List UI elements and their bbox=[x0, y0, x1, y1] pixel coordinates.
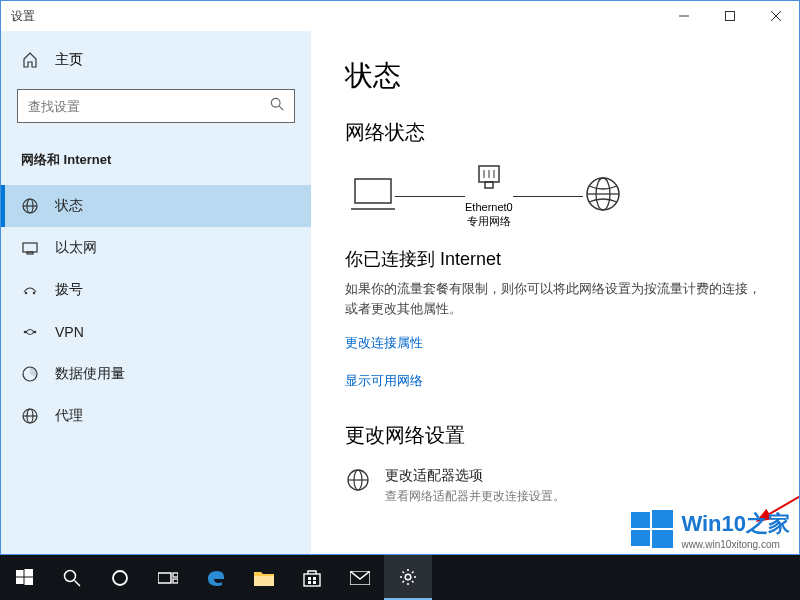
file-explorer-button[interactable] bbox=[240, 555, 288, 600]
network-diagram: Ethernet0专用网络 bbox=[351, 164, 765, 229]
connected-title: 你已连接到 Internet bbox=[345, 247, 765, 271]
svg-rect-51 bbox=[308, 581, 311, 584]
search-input[interactable] bbox=[17, 89, 295, 123]
svg-rect-10 bbox=[27, 252, 33, 254]
svg-rect-39 bbox=[16, 578, 24, 585]
datausage-icon bbox=[21, 365, 39, 383]
sidebar-item-dialup[interactable]: 拨号 bbox=[1, 269, 311, 311]
svg-point-4 bbox=[271, 98, 280, 107]
search-icon bbox=[270, 97, 284, 115]
svg-rect-48 bbox=[304, 574, 320, 586]
sidebar-item-label: 数据使用量 bbox=[55, 365, 125, 383]
windows-logo-icon bbox=[631, 508, 673, 550]
svg-point-14 bbox=[34, 331, 37, 334]
title-bar: 设置 bbox=[1, 1, 799, 31]
watermark-brand: Win10之家 bbox=[681, 509, 790, 539]
sidebar-item-label: 以太网 bbox=[55, 239, 97, 257]
adapter-icon bbox=[475, 164, 503, 196]
home-link[interactable]: 主页 bbox=[1, 41, 311, 79]
dialup-icon bbox=[21, 281, 39, 299]
cortana-button[interactable] bbox=[96, 555, 144, 600]
close-button[interactable] bbox=[753, 1, 799, 31]
svg-rect-45 bbox=[173, 573, 178, 577]
change-connection-properties-link[interactable]: 更改连接属性 bbox=[345, 334, 765, 352]
edge-button[interactable] bbox=[192, 555, 240, 600]
svg-rect-44 bbox=[158, 573, 171, 583]
computer-icon bbox=[351, 175, 395, 217]
svg-point-11 bbox=[25, 292, 27, 294]
svg-rect-1 bbox=[726, 12, 735, 21]
sidebar-item-label: 代理 bbox=[55, 407, 83, 425]
svg-rect-49 bbox=[308, 577, 311, 580]
ethernet-icon bbox=[21, 239, 39, 257]
svg-rect-38 bbox=[24, 569, 33, 577]
sidebar-item-ethernet[interactable]: 以太网 bbox=[1, 227, 311, 269]
sidebar-item-label: VPN bbox=[55, 324, 84, 340]
window-title: 设置 bbox=[11, 8, 35, 25]
sidebar: 主页 网络和 Internet 状态 以太网 拨号 bbox=[1, 31, 311, 554]
sidebar-item-status[interactable]: 状态 bbox=[1, 185, 311, 227]
connected-description: 如果你的流量套餐有限制，则你可以将此网络设置为按流量计费的连接，或者更改其他属性… bbox=[345, 279, 765, 321]
svg-rect-37 bbox=[16, 570, 24, 577]
watermark-url: www.win10xitong.com bbox=[681, 539, 790, 550]
page-title: 状态 bbox=[345, 57, 765, 95]
store-button[interactable] bbox=[288, 555, 336, 600]
globe-icon bbox=[583, 174, 623, 218]
svg-rect-50 bbox=[313, 577, 316, 580]
svg-point-13 bbox=[24, 331, 27, 334]
ethernet-name: Ethernet0 bbox=[465, 201, 513, 213]
show-available-networks-link[interactable]: 显示可用网络 bbox=[345, 372, 765, 390]
content-area: 状态 网络状态 Ethernet0专用网络 你已连接到 Internet 如果你… bbox=[311, 31, 799, 554]
change-network-settings-heading: 更改网络设置 bbox=[345, 422, 765, 449]
vpn-icon bbox=[21, 323, 39, 341]
sidebar-item-label: 拨号 bbox=[55, 281, 83, 299]
search-button[interactable] bbox=[48, 555, 96, 600]
svg-rect-46 bbox=[173, 579, 178, 583]
network-status-heading: 网络状态 bbox=[345, 119, 765, 146]
section-title: 网络和 Internet bbox=[1, 143, 311, 185]
svg-rect-47 bbox=[254, 576, 274, 586]
svg-rect-40 bbox=[24, 578, 33, 586]
svg-point-43 bbox=[113, 571, 127, 585]
svg-rect-36 bbox=[652, 530, 673, 548]
svg-line-32 bbox=[766, 426, 799, 516]
sidebar-item-label: 状态 bbox=[55, 197, 83, 215]
change-adapter-options[interactable]: 更改适配器选项 查看网络适配器并更改连接设置。 bbox=[345, 467, 765, 505]
maximize-button[interactable] bbox=[707, 1, 753, 31]
sidebar-item-proxy[interactable]: 代理 bbox=[1, 395, 311, 437]
svg-rect-52 bbox=[313, 581, 316, 584]
svg-point-12 bbox=[33, 292, 35, 294]
svg-rect-35 bbox=[631, 530, 650, 546]
sidebar-item-datausage[interactable]: 数据使用量 bbox=[1, 353, 311, 395]
adapter-options-desc: 查看网络适配器并更改连接设置。 bbox=[385, 488, 565, 505]
taskbar bbox=[0, 555, 800, 600]
task-view-button[interactable] bbox=[144, 555, 192, 600]
svg-rect-33 bbox=[631, 512, 650, 528]
svg-line-42 bbox=[75, 580, 81, 586]
minimize-button[interactable] bbox=[661, 1, 707, 31]
watermark: Win10之家 www.win10xitong.com bbox=[631, 508, 790, 550]
sidebar-item-vpn[interactable]: VPN bbox=[1, 311, 311, 353]
svg-rect-9 bbox=[23, 243, 37, 252]
svg-point-41 bbox=[65, 570, 76, 581]
settings-taskbar-button[interactable] bbox=[384, 555, 432, 600]
svg-rect-34 bbox=[652, 510, 673, 528]
adapter-options-title: 更改适配器选项 bbox=[385, 467, 565, 485]
adapter-options-icon bbox=[345, 467, 371, 497]
mail-button[interactable] bbox=[336, 555, 384, 600]
home-icon bbox=[21, 51, 39, 69]
ethernet-type: 专用网络 bbox=[467, 215, 511, 227]
status-icon bbox=[21, 197, 39, 215]
svg-point-54 bbox=[405, 574, 411, 580]
search-field[interactable] bbox=[28, 99, 270, 114]
start-button[interactable] bbox=[0, 555, 48, 600]
svg-rect-19 bbox=[355, 179, 391, 203]
svg-line-5 bbox=[279, 106, 283, 110]
svg-rect-22 bbox=[485, 182, 493, 188]
proxy-icon bbox=[21, 407, 39, 425]
home-label: 主页 bbox=[55, 51, 83, 69]
